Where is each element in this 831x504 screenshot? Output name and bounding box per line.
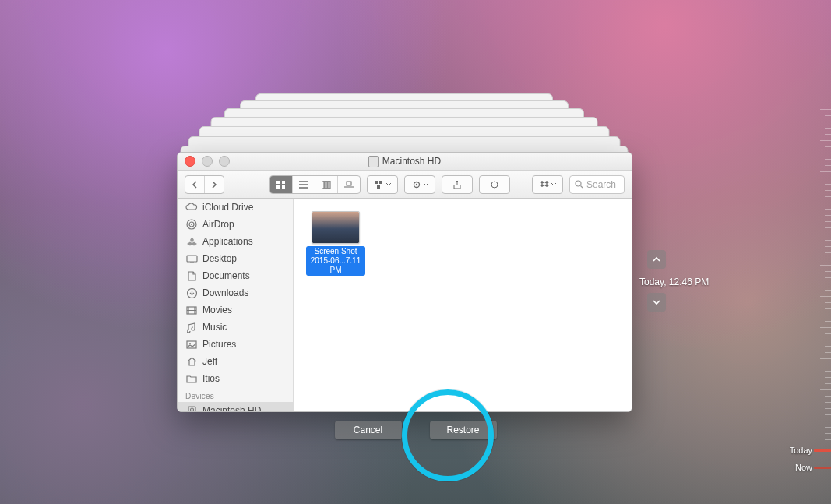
- tag-icon: [490, 180, 499, 189]
- nav-back-forward: [185, 175, 224, 194]
- timeline-tick[interactable]: [825, 159, 831, 160]
- timeline-tick[interactable]: [825, 333, 831, 334]
- timeline-tick[interactable]: [825, 246, 831, 247]
- timeline-tick[interactable]: [825, 284, 831, 284]
- timeline-tick[interactable]: [825, 414, 831, 415]
- sidebar-item-itios[interactable]: Itios: [178, 370, 293, 387]
- timeline-tick[interactable]: [825, 302, 831, 303]
- file-item[interactable]: Screen Shot 2015-06...7.11 PM: [306, 211, 365, 276]
- timeline-tick[interactable]: [825, 128, 831, 129]
- timeline-tick[interactable]: [825, 190, 831, 191]
- timeline-tick[interactable]: [825, 221, 831, 222]
- timeline-tick[interactable]: [825, 215, 831, 216]
- timeline-tick[interactable]: [820, 327, 831, 328]
- share-icon: [453, 180, 461, 189]
- file-name: Screen Shot 2015-06...7.11 PM: [306, 246, 365, 276]
- timeline-tick[interactable]: [825, 146, 831, 147]
- sidebar-item-pictures[interactable]: Pictures: [178, 336, 293, 353]
- timeline-tick[interactable]: [825, 196, 831, 197]
- next-snapshot-button[interactable]: [647, 293, 666, 312]
- timeline-tick[interactable]: [825, 321, 831, 322]
- finder-content[interactable]: Screen Shot 2015-06...7.11 PM: [294, 199, 632, 411]
- sidebar-item-documents[interactable]: Documents: [178, 267, 293, 284]
- timeline-tick[interactable]: [825, 252, 831, 253]
- window-titlebar[interactable]: Macintosh HD: [178, 153, 632, 171]
- timeline-tick[interactable]: [825, 240, 831, 241]
- timeline-tick[interactable]: [825, 346, 831, 347]
- timeline-tick[interactable]: [825, 383, 831, 384]
- timeline-tick[interactable]: [825, 433, 831, 434]
- timeline-tick[interactable]: [825, 396, 831, 397]
- sidebar-item-airdrop[interactable]: AirDrop: [178, 216, 293, 233]
- timeline-tick[interactable]: [825, 340, 831, 340]
- chevron-right-icon: [211, 181, 217, 189]
- dropbox-button[interactable]: [532, 175, 563, 194]
- sidebar-item-downloads[interactable]: Downloads: [178, 284, 293, 301]
- timeline-tick[interactable]: [825, 165, 831, 166]
- cancel-button[interactable]: Cancel: [335, 421, 402, 439]
- cloud-icon: [185, 202, 198, 213]
- timeline-tick[interactable]: [820, 358, 831, 359]
- doc-icon: [185, 270, 198, 281]
- timeline-tick[interactable]: [820, 171, 831, 172]
- action-button[interactable]: [404, 175, 435, 194]
- timeline-tick[interactable]: [825, 153, 831, 153]
- timeline-tick[interactable]: [825, 408, 831, 409]
- timeline-tick[interactable]: [825, 134, 831, 135]
- back-button[interactable]: [185, 176, 205, 193]
- timeline-tick[interactable]: [825, 271, 831, 272]
- search-field[interactable]: Search: [569, 175, 625, 194]
- timeline-tick[interactable]: [825, 115, 831, 116]
- svg-rect-10: [377, 185, 380, 189]
- timeline-tick[interactable]: [825, 290, 831, 291]
- columns-icon: [322, 181, 331, 189]
- sidebar-item-label: Itios: [202, 373, 220, 384]
- timeline-tick[interactable]: [825, 365, 831, 365]
- search-icon: [575, 180, 583, 189]
- share-button[interactable]: [442, 175, 473, 194]
- timeline-tick[interactable]: [825, 371, 831, 372]
- icon-view-button[interactable]: [270, 176, 293, 193]
- list-view-button[interactable]: [293, 176, 315, 193]
- timeline-tick[interactable]: [825, 209, 831, 210]
- timeline-tick[interactable]: [825, 439, 831, 440]
- sidebar-item-icloud-drive[interactable]: iCloud Drive: [178, 199, 293, 216]
- sidebar-item-jeff[interactable]: Jeff: [178, 353, 293, 370]
- timeline-tick[interactable]: [825, 308, 831, 309]
- timeline-tick[interactable]: [820, 109, 831, 110]
- finder-sidebar: iCloud DriveAirDropApplicationsDesktopDo…: [178, 199, 294, 411]
- svg-point-24: [190, 408, 193, 411]
- timeline-tick[interactable]: [820, 421, 831, 421]
- timeline-tick[interactable]: [820, 140, 831, 141]
- timeline-tick[interactable]: [825, 277, 831, 278]
- timeline-tick[interactable]: [825, 259, 831, 259]
- sidebar-item-desktop[interactable]: Desktop: [178, 250, 293, 267]
- forward-button[interactable]: [205, 176, 224, 193]
- arrange-button[interactable]: [367, 175, 398, 194]
- sidebar-item-movies[interactable]: Movies: [178, 301, 293, 319]
- timeline-tick[interactable]: [825, 184, 831, 185]
- timeline-tick[interactable]: [825, 446, 831, 446]
- timeline-tick[interactable]: [820, 265, 831, 266]
- timeline-tick[interactable]: [825, 377, 831, 378]
- timeline-tick[interactable]: [825, 427, 831, 428]
- timeline-tick[interactable]: [825, 122, 831, 122]
- timeline-tick[interactable]: [825, 178, 831, 178]
- timeline-tick[interactable]: [825, 227, 831, 228]
- sidebar-item-music[interactable]: Music: [178, 319, 293, 336]
- timeline-tick[interactable]: [825, 315, 831, 315]
- column-view-button[interactable]: [315, 176, 338, 193]
- previous-snapshot-button[interactable]: [647, 250, 666, 269]
- timeline-tick[interactable]: [825, 402, 831, 403]
- tags-button[interactable]: [479, 175, 510, 194]
- timeline-tick[interactable]: [825, 352, 831, 353]
- sidebar-item-applications[interactable]: Applications: [178, 233, 293, 250]
- timeline-tick[interactable]: [820, 203, 831, 203]
- sidebar-device-macintosh-hd[interactable]: Macintosh HD: [178, 402, 293, 411]
- timeline[interactable]: Today Now: [797, 109, 831, 483]
- window-title-text: Macintosh HD: [382, 156, 441, 167]
- timeline-tick[interactable]: [820, 234, 831, 234]
- coverflow-view-button[interactable]: [338, 176, 360, 193]
- timeline-tick[interactable]: [820, 389, 831, 390]
- timeline-tick[interactable]: [820, 296, 831, 297]
